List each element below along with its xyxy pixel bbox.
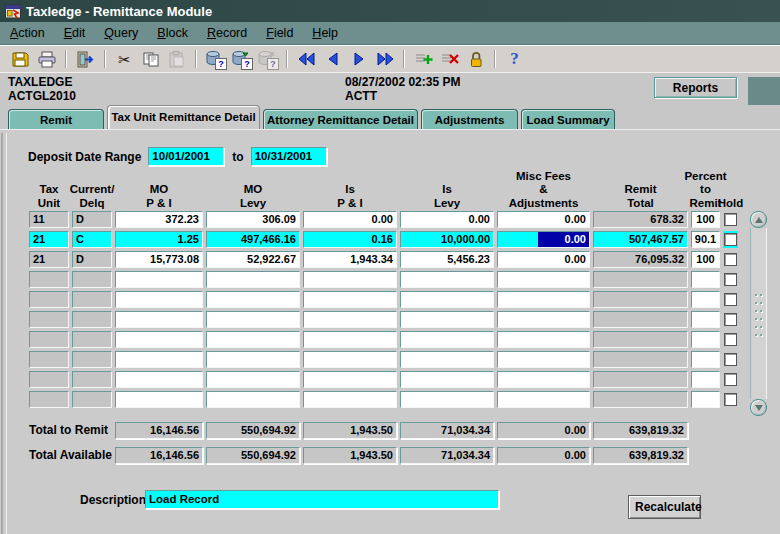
cell-is-levy[interactable]: 5,456.23 — [400, 251, 494, 268]
delete-record-button[interactable] — [437, 48, 462, 70]
print-button[interactable] — [34, 48, 59, 70]
cell-misc-fees[interactable] — [497, 391, 590, 408]
cell-is-pi[interactable] — [303, 331, 397, 348]
menu-help[interactable]: Help — [312, 26, 338, 40]
cell-tax-unit[interactable] — [29, 271, 69, 288]
cell-mo-levy[interactable] — [206, 331, 300, 348]
cell-current-delq[interactable] — [72, 391, 112, 408]
deposit-date-from-field[interactable]: 10/01/2001 — [148, 147, 224, 166]
hold-checkbox[interactable] — [723, 311, 738, 328]
cell-mo-pi[interactable] — [115, 351, 203, 368]
hold-checkbox[interactable] — [723, 371, 738, 388]
menu-query[interactable]: Query — [104, 26, 138, 40]
tab-tax-unit-remittance-detail[interactable]: Tax Unit Remittance Detail — [107, 105, 260, 129]
cell-mo-pi[interactable] — [115, 331, 203, 348]
hold-checkbox[interactable] — [723, 351, 738, 368]
cell-is-levy[interactable] — [400, 311, 494, 328]
save-button[interactable] — [8, 48, 33, 70]
cell-mo-levy[interactable] — [206, 271, 300, 288]
cell-mo-pi[interactable] — [115, 271, 203, 288]
tab-load-summary[interactable]: Load Summary — [521, 109, 615, 129]
cell-current-delq[interactable] — [72, 371, 112, 388]
cell-is-levy[interactable] — [400, 331, 494, 348]
hold-checkbox[interactable] — [723, 331, 738, 348]
cell-percent-to-remit[interactable] — [691, 371, 720, 388]
last-record-button[interactable] — [372, 48, 397, 70]
cell-mo-levy[interactable] — [206, 351, 300, 368]
hold-checkbox[interactable] — [723, 211, 738, 228]
tab-adjustments[interactable]: Adjustments — [421, 109, 518, 129]
exit-button[interactable] — [73, 48, 98, 70]
enter-query-button[interactable]: ? — [203, 48, 228, 70]
cell-tax-unit[interactable] — [29, 331, 69, 348]
menu-record[interactable]: Record — [207, 26, 247, 40]
tab-attorney-remittance-detail[interactable]: Attorney Remittance Detail — [263, 109, 418, 129]
cell-mo-levy[interactable] — [206, 311, 300, 328]
menu-action[interactable]: Action — [10, 26, 45, 40]
cell-tax-unit[interactable]: 21 — [29, 251, 69, 268]
cell-misc-fees[interactable] — [497, 351, 590, 368]
cell-is-levy[interactable] — [400, 291, 494, 308]
cell-is-levy[interactable] — [400, 371, 494, 388]
scrollbar-grip[interactable] — [754, 293, 763, 341]
cell-mo-pi[interactable]: 15,773.08 — [115, 251, 203, 268]
recalculate-button[interactable]: Recalculate — [628, 495, 701, 519]
cell-misc-fees[interactable] — [497, 311, 590, 328]
cell-misc-fees[interactable] — [497, 371, 590, 388]
cell-mo-levy[interactable]: 497,466.16 — [206, 231, 300, 248]
cell-is-pi[interactable] — [303, 271, 397, 288]
cell-is-levy[interactable] — [400, 271, 494, 288]
cell-tax-unit[interactable] — [29, 311, 69, 328]
cell-tax-unit[interactable]: 11 — [29, 211, 69, 228]
cell-is-pi[interactable] — [303, 291, 397, 308]
cell-current-delq[interactable] — [72, 291, 112, 308]
cell-is-levy[interactable]: 0.00 — [400, 211, 494, 228]
hold-checkbox[interactable] — [723, 231, 738, 248]
cell-mo-levy[interactable] — [206, 291, 300, 308]
cell-mo-levy[interactable] — [206, 371, 300, 388]
hold-checkbox[interactable] — [723, 271, 738, 288]
cell-mo-levy[interactable]: 52,922.67 — [206, 251, 300, 268]
insert-record-button[interactable] — [411, 48, 436, 70]
reports-button[interactable]: Reports — [654, 77, 737, 98]
cell-is-levy[interactable] — [400, 391, 494, 408]
paste-button[interactable] — [164, 48, 189, 70]
cell-mo-pi[interactable]: 1.25 — [115, 231, 203, 248]
tab-remit[interactable]: Remit — [8, 109, 104, 129]
cell-is-pi[interactable]: 0.16 — [303, 231, 397, 248]
scroll-up-button[interactable] — [750, 211, 767, 228]
scroll-down-button[interactable] — [750, 399, 767, 416]
menu-edit[interactable]: Edit — [64, 26, 86, 40]
cell-mo-pi[interactable] — [115, 291, 203, 308]
cut-button[interactable]: ✂ — [112, 48, 137, 70]
cell-tax-unit[interactable]: 21 — [29, 231, 69, 248]
cell-current-delq[interactable]: D — [72, 251, 112, 268]
cell-percent-to-remit[interactable] — [691, 391, 720, 408]
cancel-query-button[interactable]: ? — [255, 48, 280, 70]
cell-is-levy[interactable]: 10,000.00 — [400, 231, 494, 248]
hold-checkbox[interactable] — [723, 391, 738, 408]
description-field[interactable]: Load Record — [145, 490, 499, 509]
cell-tax-unit[interactable] — [29, 391, 69, 408]
cell-tax-unit[interactable] — [29, 291, 69, 308]
hold-checkbox[interactable] — [723, 291, 738, 308]
cell-current-delq[interactable] — [72, 351, 112, 368]
cell-mo-levy[interactable] — [206, 391, 300, 408]
first-record-button[interactable] — [294, 48, 319, 70]
cell-misc-fees[interactable] — [497, 271, 590, 288]
hold-checkbox[interactable] — [723, 251, 738, 268]
menu-block[interactable]: Block — [157, 26, 188, 40]
cell-mo-levy[interactable]: 306.09 — [206, 211, 300, 228]
next-record-button[interactable] — [346, 48, 371, 70]
cell-is-pi[interactable] — [303, 311, 397, 328]
cell-misc-fees[interactable]: 0.00 — [497, 251, 590, 268]
cell-misc-fees-focused[interactable]: 0.00 — [497, 231, 590, 248]
cell-current-delq[interactable] — [72, 311, 112, 328]
cell-percent-to-remit[interactable] — [691, 311, 720, 328]
cell-mo-pi[interactable] — [115, 311, 203, 328]
cell-is-pi[interactable]: 1,943.34 — [303, 251, 397, 268]
menu-field[interactable]: Field — [266, 26, 293, 40]
cell-misc-fees[interactable] — [497, 291, 590, 308]
lock-record-button[interactable] — [463, 48, 488, 70]
cell-is-levy[interactable] — [400, 351, 494, 368]
